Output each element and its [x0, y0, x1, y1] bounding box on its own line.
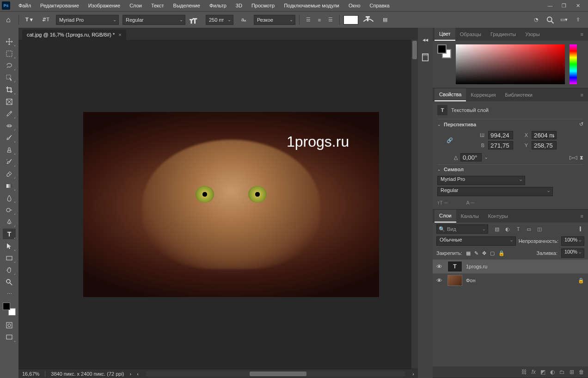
- height-input[interactable]: [488, 141, 513, 149]
- tab-gradients[interactable]: Градиенты: [486, 28, 521, 41]
- align-center-icon[interactable]: ≡: [314, 15, 325, 25]
- tab-libraries[interactable]: Библиотеки: [500, 88, 537, 101]
- marquee-tool[interactable]: [3, 48, 16, 59]
- lock-icon[interactable]: 🔒: [578, 278, 584, 284]
- layer-thumbnail-image[interactable]: [447, 275, 462, 286]
- font-style-dropdown[interactable]: Regular: [122, 15, 185, 25]
- tab-channels[interactable]: Каналы: [456, 210, 484, 223]
- tab-patterns[interactable]: Узоры: [521, 28, 544, 41]
- font-family-dropdown[interactable]: Myriad Pro: [56, 15, 119, 25]
- delete-layer-icon[interactable]: 🗑: [579, 369, 584, 375]
- visibility-toggle-icon[interactable]: 👁: [436, 277, 444, 284]
- quick-mask-icon[interactable]: [3, 320, 16, 330]
- rectangle-tool[interactable]: [3, 253, 16, 263]
- crop-tool[interactable]: [3, 84, 16, 95]
- color-picker-field[interactable]: [456, 44, 565, 84]
- menu-select[interactable]: Выделение: [169, 0, 205, 11]
- menu-type[interactable]: Текст: [147, 0, 169, 11]
- close-icon[interactable]: ✕: [574, 3, 582, 9]
- horizontal-scrollbar[interactable]: [146, 371, 405, 377]
- fill-input[interactable]: 100%: [561, 248, 584, 258]
- path-selection-tool[interactable]: [3, 241, 16, 251]
- layer-style-icon[interactable]: fx: [532, 369, 536, 375]
- clone-stamp-tool[interactable]: [3, 144, 16, 155]
- frame-tool[interactable]: [3, 96, 16, 107]
- hue-slider[interactable]: [570, 44, 577, 84]
- lock-artboard-icon[interactable]: ▢: [490, 250, 495, 256]
- panel-menu-icon[interactable]: ≡: [578, 213, 586, 219]
- character-section-toggle[interactable]: ⌄ Символ: [437, 164, 583, 174]
- menu-file[interactable]: Файл: [14, 0, 36, 11]
- align-right-icon[interactable]: ☰: [325, 15, 336, 25]
- expand-panels-icon[interactable]: ◀◀: [421, 35, 430, 44]
- layer-filter-dropdown[interactable]: 🔍 Вид ⌄: [436, 224, 488, 234]
- x-input[interactable]: [532, 131, 557, 139]
- hand-tool[interactable]: [3, 265, 16, 275]
- scroll-right-icon[interactable]: ›: [412, 371, 414, 377]
- history-brush-tool[interactable]: [3, 156, 16, 167]
- tab-adjustments[interactable]: Коррекция: [466, 88, 500, 101]
- lock-all-icon[interactable]: 🔒: [498, 250, 505, 256]
- dodge-tool[interactable]: [3, 204, 16, 215]
- healing-brush-tool[interactable]: [3, 120, 16, 131]
- layer-thumbnail-type-icon[interactable]: T: [447, 261, 462, 272]
- maximize-icon[interactable]: ❐: [560, 3, 568, 9]
- eyedropper-tool[interactable]: [3, 108, 16, 119]
- layer-row[interactable]: 👁 Фон 🔒: [433, 273, 588, 287]
- angle-dropdown-icon[interactable]: ⌄: [484, 155, 488, 160]
- zoom-tool[interactable]: [3, 277, 16, 287]
- font-size-dropdown[interactable]: 250 пт: [206, 15, 233, 25]
- workspace-switcher-icon[interactable]: ▭▾: [559, 15, 569, 25]
- tab-color[interactable]: Цвет: [435, 28, 455, 41]
- edit-toolbar-icon[interactable]: ⋯: [3, 289, 16, 299]
- character-panel-icon[interactable]: ▤: [379, 13, 392, 26]
- minimize-icon[interactable]: —: [546, 3, 554, 9]
- scroll-left-icon[interactable]: ‹: [137, 371, 139, 377]
- menu-window[interactable]: Окно: [344, 0, 365, 11]
- screen-mode-icon[interactable]: [3, 332, 16, 342]
- blur-tool[interactable]: [3, 192, 16, 203]
- filter-smart-icon[interactable]: ◫: [535, 225, 544, 233]
- text-orientation-icon[interactable]: ⇵T: [39, 13, 52, 26]
- search-icon[interactable]: [545, 15, 555, 25]
- reset-icon[interactable]: ↺: [579, 121, 583, 127]
- tab-swatches[interactable]: Образцы: [455, 28, 486, 41]
- canvas-area[interactable]: 1progs.ru: [18, 40, 418, 369]
- gradient-tool[interactable]: [3, 180, 16, 191]
- filter-adjustment-icon[interactable]: ◐: [503, 225, 512, 233]
- link-wh-icon[interactable]: 🔗: [447, 137, 455, 143]
- adjustment-layer-icon[interactable]: ◐: [550, 369, 555, 375]
- filter-type-icon[interactable]: T: [514, 225, 522, 233]
- lock-image-icon[interactable]: ✎: [474, 250, 478, 256]
- angle-input[interactable]: [460, 153, 482, 161]
- home-button[interactable]: ⌂: [2, 13, 15, 26]
- char-font-dropdown[interactable]: Myriad Pro: [437, 176, 525, 185]
- lock-position-icon[interactable]: ✥: [482, 250, 486, 256]
- menu-image[interactable]: Изображение: [84, 0, 125, 11]
- visibility-toggle-icon[interactable]: 👁: [436, 263, 444, 270]
- eraser-tool[interactable]: [3, 168, 16, 179]
- document-dimensions[interactable]: 3840 пикс. x 2400 пикс. (72 ppi): [51, 371, 124, 377]
- filter-pixel-icon[interactable]: ▧: [493, 225, 501, 233]
- chevron-right-icon[interactable]: ›: [130, 371, 132, 377]
- char-style-dropdown[interactable]: Regular: [437, 187, 553, 196]
- lock-transparency-icon[interactable]: ▦: [466, 250, 471, 256]
- filter-toggle-switch[interactable]: ⏽: [576, 225, 584, 233]
- align-left-icon[interactable]: ☰: [303, 15, 313, 25]
- tab-layers[interactable]: Слои: [435, 210, 456, 223]
- y-input[interactable]: [532, 141, 557, 149]
- menu-plugins[interactable]: Подключаемые модули: [279, 0, 344, 11]
- antialias-dropdown[interactable]: Резкое: [254, 15, 295, 25]
- tab-properties[interactable]: Свойства: [435, 88, 466, 101]
- foreground-background-colors[interactable]: [3, 303, 16, 316]
- layer-group-icon[interactable]: 🗀: [559, 369, 565, 375]
- type-tool[interactable]: T: [3, 229, 16, 239]
- vertical-scrollbar[interactable]: [411, 40, 418, 369]
- menu-edit[interactable]: Редактирование: [36, 0, 84, 11]
- transform-section-toggle[interactable]: ⌄ Перспектива ↺: [437, 119, 583, 129]
- panel-menu-icon[interactable]: ≡: [578, 92, 586, 98]
- zoom-level[interactable]: 16,67%: [22, 371, 39, 377]
- layer-mask-icon[interactable]: ◩: [540, 369, 545, 375]
- lasso-tool[interactable]: [3, 60, 16, 71]
- tab-paths[interactable]: Контуры: [484, 210, 513, 223]
